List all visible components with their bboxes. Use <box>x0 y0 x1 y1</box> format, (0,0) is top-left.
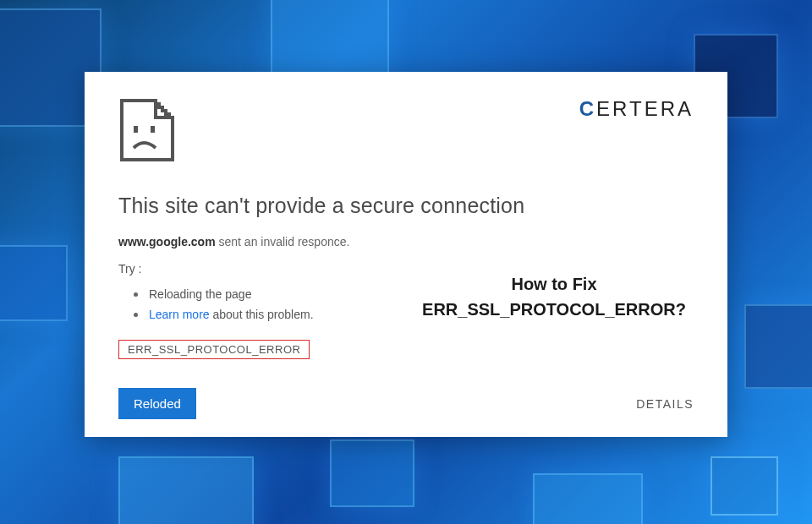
bg-decoration <box>118 456 254 524</box>
brand-logo: CERTERA <box>579 97 694 121</box>
suggestion-suffix: about this problem. <box>210 308 314 321</box>
callout-line-2: ERR_SSL_PROTOCOL_ERROR? <box>414 297 694 322</box>
bg-decoration <box>533 473 643 524</box>
bg-decoration <box>0 245 68 321</box>
callout: How to Fix ERR_SSL_PROTOCOL_ERROR? <box>414 271 694 322</box>
bg-decoration <box>744 304 812 389</box>
callout-line-1: How to Fix <box>414 271 694 297</box>
details-button[interactable]: DETAILS <box>636 397 694 411</box>
error-card: CERTERA This site can't provide a secure… <box>85 72 727 437</box>
bg-decoration <box>710 456 778 516</box>
suggestion-reload: Reloading the page <box>149 287 251 301</box>
brand-first-letter: C <box>579 97 596 120</box>
error-code: ERR_SSL_PROTOCOL_ERROR <box>118 340 310 359</box>
bg-decoration <box>330 439 414 507</box>
sad-file-icon <box>118 97 179 163</box>
card-footer: Reloded DETAILS <box>118 388 694 419</box>
svg-rect-1 <box>151 126 155 133</box>
reload-button[interactable]: Reloded <box>118 388 196 419</box>
svg-rect-0 <box>134 126 138 133</box>
brand-rest: ERTERA <box>596 97 694 120</box>
error-title: This site can't provide a secure connect… <box>118 194 694 218</box>
error-desc-suffix: sent an invalid responce. <box>216 235 350 248</box>
learn-more-link[interactable]: Learn more <box>149 308 210 321</box>
card-header: CERTERA <box>118 97 694 163</box>
error-domain: www.google.com <box>118 235 216 248</box>
error-description: www.google.com sent an invalid responce. <box>118 235 694 248</box>
